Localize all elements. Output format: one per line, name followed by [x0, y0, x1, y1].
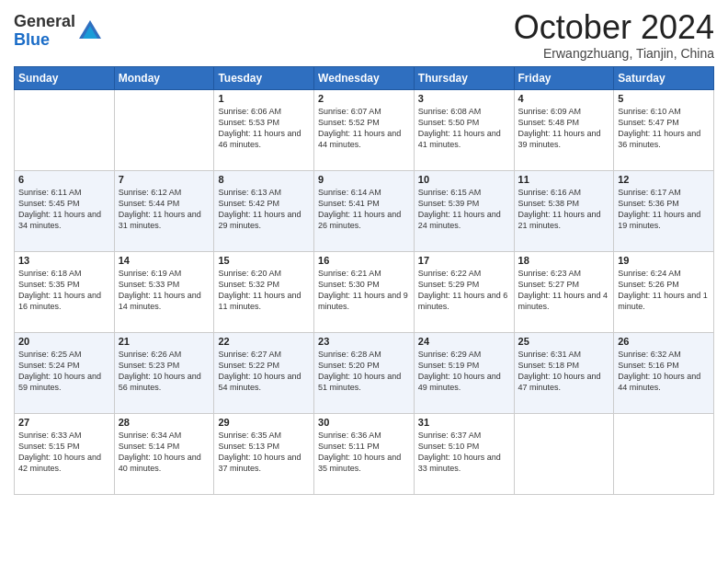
table-row: 15Sunrise: 6:20 AM Sunset: 5:32 PM Dayli… [214, 251, 314, 332]
day-number: 6 [18, 174, 110, 185]
title-block: October 2024 Erwangzhuang, Tianjin, Chin… [514, 9, 714, 61]
day-info: Sunrise: 6:07 AM Sunset: 5:52 PM Dayligh… [318, 106, 410, 151]
day-number: 19 [618, 255, 710, 266]
table-row: 11Sunrise: 6:16 AM Sunset: 5:38 PM Dayli… [514, 170, 614, 251]
table-row [114, 89, 214, 170]
day-number: 26 [618, 336, 710, 347]
table-row: 23Sunrise: 6:28 AM Sunset: 5:20 PM Dayli… [314, 332, 415, 413]
table-row: 2Sunrise: 6:07 AM Sunset: 5:52 PM Daylig… [314, 89, 415, 170]
table-row: 26Sunrise: 6:32 AM Sunset: 5:16 PM Dayli… [614, 332, 714, 413]
table-row: 19Sunrise: 6:24 AM Sunset: 5:26 PM Dayli… [614, 251, 714, 332]
day-info: Sunrise: 6:14 AM Sunset: 5:41 PM Dayligh… [318, 187, 410, 232]
calendar-week-1: 1Sunrise: 6:06 AM Sunset: 5:53 PM Daylig… [15, 89, 714, 170]
day-info: Sunrise: 6:37 AM Sunset: 5:10 PM Dayligh… [418, 430, 510, 475]
day-info: Sunrise: 6:22 AM Sunset: 5:29 PM Dayligh… [418, 268, 510, 313]
day-number: 24 [418, 336, 510, 347]
col-tuesday: Tuesday [214, 66, 314, 89]
day-info: Sunrise: 6:29 AM Sunset: 5:19 PM Dayligh… [418, 349, 510, 394]
col-thursday: Thursday [414, 66, 514, 89]
calendar-table: Sunday Monday Tuesday Wednesday Thursday… [14, 66, 714, 495]
day-number: 29 [218, 417, 310, 428]
day-number: 7 [119, 174, 210, 185]
day-info: Sunrise: 6:19 AM Sunset: 5:33 PM Dayligh… [119, 268, 210, 313]
table-row: 14Sunrise: 6:19 AM Sunset: 5:33 PM Dayli… [114, 251, 214, 332]
table-row: 18Sunrise: 6:23 AM Sunset: 5:27 PM Dayli… [514, 251, 614, 332]
col-friday: Friday [514, 66, 614, 89]
table-row: 24Sunrise: 6:29 AM Sunset: 5:19 PM Dayli… [414, 332, 514, 413]
table-row: 13Sunrise: 6:18 AM Sunset: 5:35 PM Dayli… [15, 251, 115, 332]
day-info: Sunrise: 6:12 AM Sunset: 5:44 PM Dayligh… [119, 187, 210, 232]
day-info: Sunrise: 6:27 AM Sunset: 5:22 PM Dayligh… [218, 349, 310, 394]
table-row: 7Sunrise: 6:12 AM Sunset: 5:44 PM Daylig… [114, 170, 214, 251]
table-row: 21Sunrise: 6:26 AM Sunset: 5:23 PM Dayli… [114, 332, 214, 413]
day-number: 30 [318, 417, 410, 428]
table-row: 10Sunrise: 6:15 AM Sunset: 5:39 PM Dayli… [414, 170, 514, 251]
table-row: 1Sunrise: 6:06 AM Sunset: 5:53 PM Daylig… [214, 89, 314, 170]
col-monday: Monday [114, 66, 214, 89]
table-row: 8Sunrise: 6:13 AM Sunset: 5:42 PM Daylig… [214, 170, 314, 251]
day-number: 28 [119, 417, 210, 428]
day-info: Sunrise: 6:35 AM Sunset: 5:13 PM Dayligh… [218, 430, 310, 475]
day-info: Sunrise: 6:24 AM Sunset: 5:26 PM Dayligh… [618, 268, 710, 313]
day-info: Sunrise: 6:18 AM Sunset: 5:35 PM Dayligh… [18, 268, 110, 313]
day-info: Sunrise: 6:36 AM Sunset: 5:11 PM Dayligh… [318, 430, 410, 475]
calendar-week-4: 20Sunrise: 6:25 AM Sunset: 5:24 PM Dayli… [15, 332, 714, 413]
day-number: 22 [218, 336, 310, 347]
col-wednesday: Wednesday [314, 66, 415, 89]
logo-general: General [14, 13, 75, 31]
day-number: 21 [119, 336, 210, 347]
day-number: 11 [518, 174, 610, 185]
day-number: 14 [119, 255, 210, 266]
calendar-body: 1Sunrise: 6:06 AM Sunset: 5:53 PM Daylig… [15, 89, 714, 494]
day-number: 8 [218, 174, 310, 185]
day-number: 2 [318, 93, 410, 104]
calendar-header: Sunday Monday Tuesday Wednesday Thursday… [15, 66, 714, 89]
day-info: Sunrise: 6:28 AM Sunset: 5:20 PM Dayligh… [318, 349, 410, 394]
col-sunday: Sunday [15, 66, 115, 89]
day-number: 20 [18, 336, 110, 347]
logo: General Blue [14, 13, 103, 50]
table-row [614, 413, 714, 494]
day-number: 23 [318, 336, 410, 347]
day-number: 16 [318, 255, 410, 266]
day-number: 3 [418, 93, 510, 104]
day-info: Sunrise: 6:31 AM Sunset: 5:18 PM Dayligh… [518, 349, 610, 394]
page-header: General Blue October 2024 Erwangzhuang, … [14, 9, 714, 61]
location: Erwangzhuang, Tianjin, China [514, 46, 714, 61]
table-row: 30Sunrise: 6:36 AM Sunset: 5:11 PM Dayli… [314, 413, 415, 494]
table-row: 5Sunrise: 6:10 AM Sunset: 5:47 PM Daylig… [614, 89, 714, 170]
day-info: Sunrise: 6:26 AM Sunset: 5:23 PM Dayligh… [119, 349, 210, 394]
day-number: 17 [418, 255, 510, 266]
day-info: Sunrise: 6:33 AM Sunset: 5:15 PM Dayligh… [18, 430, 110, 475]
day-info: Sunrise: 6:32 AM Sunset: 5:16 PM Dayligh… [618, 349, 710, 394]
logo-icon [77, 18, 103, 44]
day-info: Sunrise: 6:23 AM Sunset: 5:27 PM Dayligh… [518, 268, 610, 313]
table-row: 25Sunrise: 6:31 AM Sunset: 5:18 PM Dayli… [514, 332, 614, 413]
day-info: Sunrise: 6:06 AM Sunset: 5:53 PM Dayligh… [218, 106, 310, 151]
col-saturday: Saturday [614, 66, 714, 89]
table-row: 20Sunrise: 6:25 AM Sunset: 5:24 PM Dayli… [15, 332, 115, 413]
day-info: Sunrise: 6:10 AM Sunset: 5:47 PM Dayligh… [618, 106, 710, 151]
table-row: 17Sunrise: 6:22 AM Sunset: 5:29 PM Dayli… [414, 251, 514, 332]
day-info: Sunrise: 6:20 AM Sunset: 5:32 PM Dayligh… [218, 268, 310, 313]
logo-blue: Blue [14, 31, 75, 50]
day-info: Sunrise: 6:09 AM Sunset: 5:48 PM Dayligh… [518, 106, 610, 151]
day-info: Sunrise: 6:21 AM Sunset: 5:30 PM Dayligh… [318, 268, 410, 313]
table-row: 3Sunrise: 6:08 AM Sunset: 5:50 PM Daylig… [414, 89, 514, 170]
day-number: 9 [318, 174, 410, 185]
day-number: 13 [18, 255, 110, 266]
table-row: 31Sunrise: 6:37 AM Sunset: 5:10 PM Dayli… [414, 413, 514, 494]
day-info: Sunrise: 6:34 AM Sunset: 5:14 PM Dayligh… [119, 430, 210, 475]
day-number: 18 [518, 255, 610, 266]
table-row: 22Sunrise: 6:27 AM Sunset: 5:22 PM Dayli… [214, 332, 314, 413]
table-row [15, 89, 115, 170]
day-info: Sunrise: 6:13 AM Sunset: 5:42 PM Dayligh… [218, 187, 310, 232]
table-row: 28Sunrise: 6:34 AM Sunset: 5:14 PM Dayli… [114, 413, 214, 494]
header-row: Sunday Monday Tuesday Wednesday Thursday… [15, 66, 714, 89]
day-info: Sunrise: 6:17 AM Sunset: 5:36 PM Dayligh… [618, 187, 710, 232]
day-number: 10 [418, 174, 510, 185]
calendar-week-5: 27Sunrise: 6:33 AM Sunset: 5:15 PM Dayli… [15, 413, 714, 494]
day-number: 27 [18, 417, 110, 428]
day-number: 5 [618, 93, 710, 104]
table-row: 12Sunrise: 6:17 AM Sunset: 5:36 PM Dayli… [614, 170, 714, 251]
